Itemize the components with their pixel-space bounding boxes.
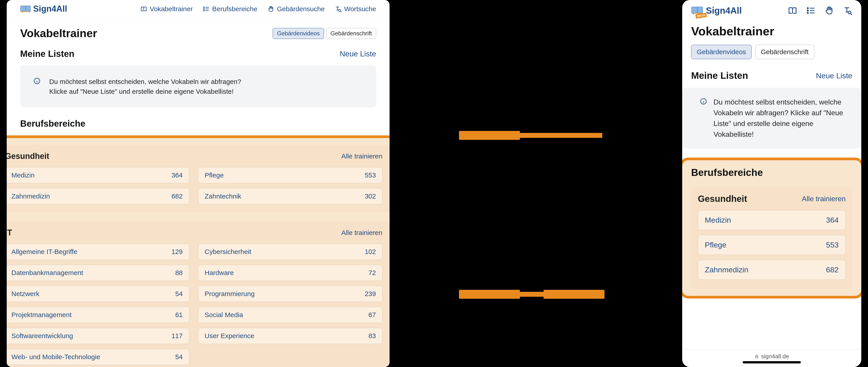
vocab-list-chip[interactable]: Datenbankmanagement88 — [7, 265, 189, 281]
nav-gebaerdensuche[interactable]: Gebärdensuche — [268, 5, 325, 13]
nav-vokabeltrainer[interactable]: Vokabeltrainer — [141, 5, 193, 13]
list-icon[interactable] — [806, 6, 816, 15]
toggle-schrift[interactable]: Gebärdenschrift — [755, 45, 814, 59]
train-all-link[interactable]: Alle trainieren — [341, 153, 382, 160]
chip-count: 83 — [369, 332, 376, 340]
mobile-header: Sign4All BETA — [682, 0, 861, 20]
vocab-list-chip[interactable]: Programmierung239 — [198, 286, 382, 302]
my-lists-title: Meine Listen — [691, 70, 748, 81]
text-search-icon[interactable] — [843, 6, 852, 15]
chip-count: 682 — [172, 193, 183, 200]
book-icon[interactable] — [788, 6, 797, 15]
brand-logo[interactable]: Sign4All BETA — [691, 5, 742, 16]
vocab-list-chip[interactable]: Medizin364 — [698, 210, 846, 230]
text-search-icon — [335, 6, 341, 12]
svg-point-3 — [204, 10, 205, 11]
chip-count: 553 — [826, 240, 839, 249]
arrow-double-annotation — [459, 290, 604, 299]
chip-label: Zahnmedizin — [705, 265, 748, 274]
highlighted-domains-area: GesundheitAlle trainierenMedizin364Pfleg… — [7, 135, 390, 367]
toggle-schrift[interactable]: Gebärdenschrift — [326, 28, 376, 39]
brand-text: Sign4All — [33, 4, 67, 14]
chip-label: Social Media — [205, 311, 243, 319]
hand-icon[interactable] — [825, 6, 834, 15]
home-indicator — [743, 361, 801, 363]
toggle-videos[interactable]: Gebärdenvideos — [691, 45, 751, 59]
vocab-list-chip[interactable]: Zahntechnik302 — [198, 188, 382, 204]
main-content: Vokabeltrainer Gebärdenvideos Gebärdensc… — [7, 18, 390, 367]
train-all-link[interactable]: Alle trainieren — [802, 195, 846, 203]
chip-count: 682 — [826, 265, 839, 274]
info-text: Du möchtest selbst entscheiden, welche V… — [714, 97, 852, 140]
chip-label: Allgemeine IT-Begriffe — [11, 248, 78, 256]
chip-count: 553 — [365, 171, 376, 179]
chip-label: Projektmanagement — [11, 311, 71, 319]
domains-section-title: Berufsbereiche — [20, 119, 376, 129]
vocab-list-chip[interactable]: Social Media67 — [198, 307, 382, 323]
browser-url-bar[interactable]: sign4all.de — [682, 349, 861, 367]
chip-label: User Experience — [205, 332, 254, 340]
chip-label: Hardware — [205, 269, 234, 276]
info-text: Du möchtest selbst entscheiden, welche V… — [49, 77, 241, 96]
toggle-videos[interactable]: Gebärdenvideos — [273, 28, 324, 39]
vocab-list-chip[interactable]: Pflege553 — [698, 235, 846, 255]
domain-title: Gesundheit — [698, 194, 747, 204]
vocab-list-chip[interactable]: Medizin364 — [7, 167, 189, 183]
book-icon — [141, 6, 147, 12]
chip-label: Programmierung — [205, 290, 254, 298]
new-list-link[interactable]: Neue Liste — [340, 49, 376, 58]
chip-label: Medizin — [705, 216, 731, 225]
lock-icon — [754, 354, 759, 359]
chip-count: 239 — [365, 290, 376, 298]
vocab-list-chip[interactable]: Allgemeine IT-Begriffe129 — [7, 244, 189, 260]
vocab-list-chip[interactable]: Web- und Mobile-Technologie54 — [7, 349, 189, 365]
train-all-link[interactable]: Alle trainieren — [341, 229, 382, 237]
vocab-list-chip[interactable]: Hardware72 — [198, 265, 382, 281]
chip-label: Datenbankmanagement — [11, 269, 83, 276]
info-icon — [700, 98, 707, 105]
chip-label: Cybersicherheit — [205, 248, 251, 256]
mobile-view: Sign4All BETA Vokabeltrainer Gebärdenvid… — [682, 0, 861, 367]
domain-card: GesundheitAlle trainierenMedizin364Pfleg… — [7, 145, 390, 212]
svg-rect-0 — [21, 6, 30, 12]
vocab-list-chip[interactable]: Zahnmedizin682 — [698, 260, 846, 280]
chip-label: Netzwerk — [11, 290, 39, 298]
svg-point-13 — [807, 10, 808, 11]
domain-title: Gesundheit — [7, 152, 49, 161]
chip-count: 72 — [369, 269, 376, 276]
domain-card-gesundheit: Gesundheit Alle trainieren Medizin364Pfl… — [691, 187, 852, 289]
book-hands-icon — [20, 4, 31, 13]
svg-point-12 — [807, 8, 808, 9]
chip-label: Medizin — [11, 171, 34, 179]
chip-count: 88 — [175, 269, 183, 276]
vocab-list-chip[interactable]: Pflege553 — [198, 167, 382, 183]
list-icon — [203, 6, 210, 12]
mobile-nav — [788, 6, 852, 15]
chip-count: 61 — [175, 311, 183, 319]
vocab-list-chip[interactable]: Projektmanagement61 — [7, 307, 189, 323]
chip-count: 302 — [365, 193, 376, 200]
nav-wortsuche[interactable]: Wortsuche — [335, 5, 376, 13]
vocab-list-chip[interactable]: Netzwerk54 — [7, 286, 189, 302]
brand-logo[interactable]: Sign4All — [20, 4, 67, 14]
chip-label: Zahntechnik — [205, 193, 241, 200]
display-mode-toggle: Gebärdenvideos Gebärdenschrift — [273, 28, 376, 39]
svg-point-4 — [339, 9, 341, 11]
my-lists-title: Meine Listen — [20, 49, 74, 59]
new-list-link[interactable]: Neue Liste — [816, 71, 852, 80]
chip-count: 364 — [826, 216, 839, 225]
vocab-list-chip[interactable]: User Experience83 — [198, 328, 382, 344]
chip-label: Web- und Mobile-Technologie — [11, 353, 100, 361]
chip-count: 67 — [369, 311, 376, 319]
url-text: sign4all.de — [761, 353, 789, 360]
domain-card: ITAlle trainierenAllgemeine IT-Begriffe1… — [7, 221, 390, 367]
nav-berufsbereiche[interactable]: Berufsbereiche — [203, 5, 257, 13]
domains-section-title: Berufsbereiche — [691, 167, 852, 178]
info-box: Du möchtest selbst entscheiden, welche V… — [682, 88, 861, 148]
vocab-list-chip[interactable]: Softwareentwicklung117 — [7, 328, 189, 344]
info-icon — [34, 78, 40, 85]
vocab-list-chip[interactable]: Cybersicherheit102 — [198, 244, 382, 260]
chip-count: 117 — [172, 332, 183, 340]
vocab-list-chip[interactable]: Zahnmedizin682 — [7, 188, 189, 204]
svg-rect-11 — [691, 7, 703, 13]
